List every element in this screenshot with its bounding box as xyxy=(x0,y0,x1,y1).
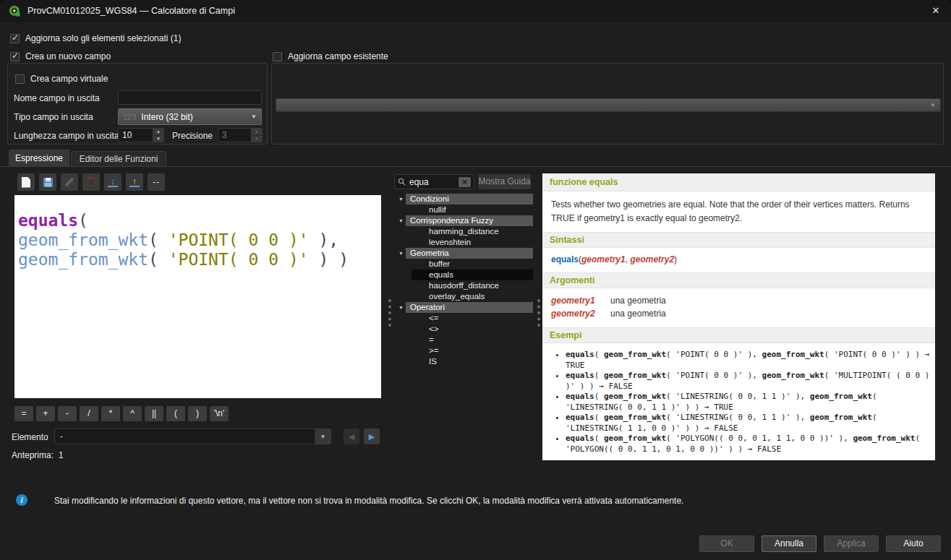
checkbox-box[interactable] xyxy=(15,74,25,84)
qgis-logo-icon xyxy=(9,5,21,17)
operator-button[interactable]: * xyxy=(101,406,120,421)
tree-group-label: Corrispondenza Fuzzy xyxy=(406,215,533,226)
search-input[interactable]: equa xyxy=(409,177,455,187)
tree-item[interactable]: nullif xyxy=(411,204,533,215)
tree-group[interactable]: ▼Geometria xyxy=(394,248,533,259)
annulla-button[interactable]: Annulla xyxy=(762,535,816,552)
tree-item[interactable]: hamming_distance xyxy=(411,226,533,237)
close-icon[interactable]: ✕ xyxy=(929,4,942,17)
operator-button[interactable]: - xyxy=(58,406,77,421)
tab-espressione[interactable]: Espressione xyxy=(9,150,69,167)
clear-search-icon[interactable]: ✕ xyxy=(459,177,471,187)
syntax-signature: equals(geometry1, geometry2) xyxy=(542,248,935,272)
new-expression-button[interactable] xyxy=(17,173,35,191)
export-expressions-button[interactable]: ↑ xyxy=(126,173,143,191)
create-new-field-checkbox[interactable]: ✓ Crea un nuovo campo xyxy=(10,51,111,61)
tree-item[interactable]: buffer xyxy=(411,259,533,270)
precision-label: Precisione xyxy=(172,131,213,141)
tab-editor-funzioni[interactable]: Editor delle Funzioni xyxy=(71,151,166,167)
arguments-list: geometry1una geometriageometry2una geome… xyxy=(542,288,935,327)
check-icon: ✓ xyxy=(12,33,19,43)
new-field-groupbox: Crea campo virtuale Nome campo in uscita… xyxy=(7,63,268,145)
operator-button[interactable]: || xyxy=(145,406,163,421)
field-name-input[interactable] xyxy=(118,90,262,105)
tree-item-label: nullif xyxy=(411,204,446,215)
tree-item[interactable]: hausdorff_distance xyxy=(411,280,533,291)
operator-button[interactable]: ) xyxy=(188,406,207,421)
spin-down-icon[interactable]: ▼ xyxy=(153,136,163,142)
tree-group[interactable]: ▼Condizioni xyxy=(394,194,533,204)
function-search[interactable]: equa ✕ xyxy=(394,174,474,189)
next-feature-button[interactable]: ▶ xyxy=(364,428,380,444)
tree-group[interactable]: ▼Corrispondenza Fuzzy xyxy=(394,215,533,226)
precision-spinner: 3 ▲▼ xyxy=(218,128,263,142)
spin-up-icon[interactable]: ▲ xyxy=(153,129,163,136)
example-item: equals( geom_from_wkt( 'LINESTRING( 0 0,… xyxy=(566,392,935,413)
splitter-handle-right[interactable] xyxy=(537,299,540,327)
import-expressions-button[interactable]: ↓ xyxy=(104,173,121,191)
tree-item[interactable]: >= xyxy=(411,345,533,356)
operator-button[interactable]: ^ xyxy=(123,406,142,421)
operator-row: =+-/*^||()'\n' xyxy=(14,406,229,421)
chevron-down-icon[interactable]: ▼ xyxy=(394,302,406,313)
feature-select[interactable]: - ▼ xyxy=(54,428,331,444)
titlebar: ProvCM01012025_WGS84 — Calcolatore di Ca… xyxy=(0,0,951,22)
update-existing-field-checkbox[interactable]: Aggiorna campo esistente xyxy=(273,51,388,61)
tree-item[interactable]: = xyxy=(411,335,533,345)
tree-item[interactable]: overlay_equals xyxy=(411,291,533,302)
tree-group[interactable]: ▼Operatori xyxy=(394,302,533,313)
existing-field-select: ▼ xyxy=(276,98,941,112)
chevron-down-icon[interactable]: ▼ xyxy=(394,194,406,204)
function-help-panel: funzione equals Tests whether two geomet… xyxy=(542,173,935,460)
operator-button[interactable]: '\n' xyxy=(210,406,229,421)
preview-row: Anteprima: 1 xyxy=(12,450,64,460)
aiuto-button[interactable]: Aiuto xyxy=(886,535,941,552)
tab-divider xyxy=(0,166,951,167)
spin-down-icon: ▼ xyxy=(252,136,262,142)
syntax-header: Sintassi xyxy=(542,232,935,248)
argument-row: geometry1una geometria xyxy=(551,294,926,307)
chevron-down-icon[interactable]: ▼ xyxy=(394,248,406,259)
new-file-icon xyxy=(22,177,30,188)
splitter-handle-left[interactable] xyxy=(388,299,391,327)
operator-button[interactable]: ( xyxy=(166,406,185,421)
chevron-down-icon[interactable]: ▼ xyxy=(315,429,330,444)
feature-select-value: - xyxy=(55,431,315,441)
tree-item[interactable]: <= xyxy=(411,313,533,324)
examples-header: Esempi xyxy=(542,327,935,343)
field-length-spinner[interactable]: 10 ▲▼ xyxy=(118,128,164,142)
tree-item-label: hausdorff_distance xyxy=(411,280,499,291)
tree-item[interactable]: equals xyxy=(411,270,533,280)
tree-group-label: Condizioni xyxy=(406,194,533,204)
checkbox-box[interactable]: ✓ xyxy=(10,34,20,43)
check-icon: ✓ xyxy=(12,51,19,61)
tree-item[interactable]: <> xyxy=(411,324,533,335)
tree-item-label: <= xyxy=(411,313,438,324)
edit-mode-warning: Stai modificando le informazioni di ques… xyxy=(54,496,850,506)
chevron-down-icon[interactable]: ▼ xyxy=(394,215,406,226)
spin-up-icon: ▲ xyxy=(252,129,262,136)
expression-options-button[interactable]: -- xyxy=(148,173,165,191)
tree-item[interactable]: IS xyxy=(411,356,533,367)
tree-item-label: >= xyxy=(411,345,438,356)
field-type-value: Intero (32 bit) xyxy=(141,112,192,122)
code-line: equals( xyxy=(18,211,378,231)
virtual-field-checkbox[interactable]: Crea campo virtuale xyxy=(15,74,108,84)
example-item: equals( geom_from_wkt( 'POINT( 0 0 )' ),… xyxy=(566,350,935,371)
checkbox-box[interactable]: ✓ xyxy=(10,52,20,61)
operator-button[interactable]: = xyxy=(14,406,33,421)
expression-editor[interactable]: equals(geom_from_wkt( 'POINT( 0 0 )' ),g… xyxy=(14,195,381,398)
code-line: geom_from_wkt( 'POINT( 0 0 )' ) ) xyxy=(18,250,378,270)
operator-button[interactable]: / xyxy=(80,406,98,421)
save-expression-button[interactable] xyxy=(39,173,56,191)
operator-button[interactable]: + xyxy=(36,406,55,421)
tree-item[interactable]: levenshtein xyxy=(411,237,533,248)
save-icon xyxy=(43,178,53,187)
preview-label: Anteprima: xyxy=(12,450,54,460)
checkbox-box[interactable] xyxy=(273,52,282,61)
field-type-select[interactable]: 123 Intero (32 bit) ▼ xyxy=(118,108,262,125)
syntax-parameter: geometry2 xyxy=(630,254,674,264)
tree-item-label: IS xyxy=(411,356,437,367)
help-title: funzione equals xyxy=(542,173,935,191)
update-selected-checkbox[interactable]: ✓ Aggiorna solo gli elementi selezionati… xyxy=(10,33,181,43)
